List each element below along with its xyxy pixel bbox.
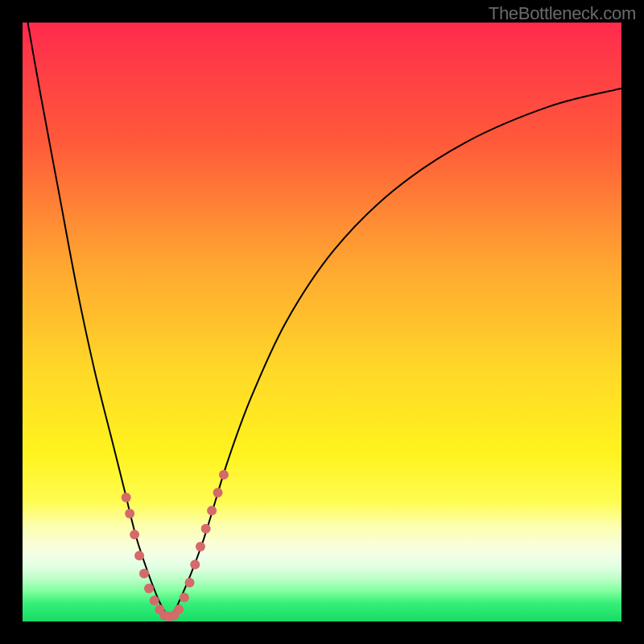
data-point [122, 493, 131, 502]
plot-area [23, 23, 621, 621]
chart-frame: TheBottleneck.com [0, 0, 644, 644]
data-points [122, 470, 229, 621]
data-point [144, 584, 154, 593]
data-point [213, 488, 223, 497]
watermark-text: TheBottleneck.com [489, 3, 636, 24]
data-point [134, 551, 144, 560]
data-point [201, 524, 211, 534]
data-point [190, 559, 200, 569]
curve-layer [23, 23, 621, 621]
data-point [207, 506, 217, 515]
data-point [219, 470, 229, 480]
data-point [180, 592, 189, 602]
data-point [130, 530, 139, 539]
data-point [125, 509, 134, 518]
data-point [185, 578, 195, 588]
data-point [139, 568, 149, 578]
data-point [196, 542, 205, 551]
bottleneck-curve [23, 23, 621, 616]
data-point [174, 605, 184, 614]
data-point [150, 596, 159, 605]
